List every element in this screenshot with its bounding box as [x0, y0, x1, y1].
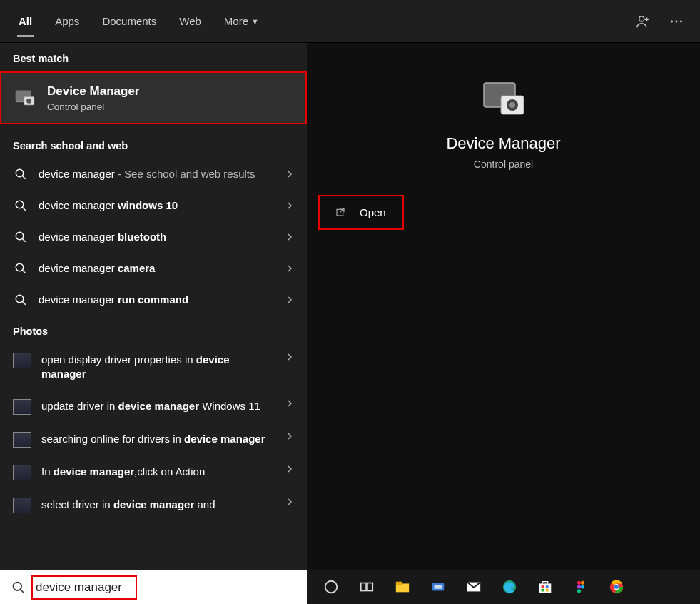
svg-point-2: [676, 20, 678, 22]
photo-thumb-icon: [13, 399, 31, 415]
svg-rect-26: [539, 583, 552, 593]
svg-point-8: [16, 201, 24, 208]
preview-subtitle: Control panel: [474, 158, 533, 170]
chevron-right-icon[interactable]: [283, 432, 297, 441]
result-text: update driver in device manager Windows …: [41, 399, 273, 413]
result-text: device manager - See school and web resu…: [39, 167, 273, 181]
best-match-subtitle: Control panel: [47, 101, 139, 112]
tab-web[interactable]: Web: [168, 0, 213, 43]
svg-point-11: [16, 295, 24, 303]
svg-point-0: [639, 16, 644, 21]
svg-point-10: [16, 263, 24, 271]
photo-thumb-icon: [13, 353, 31, 368]
best-match-result[interactable]: Device Manager Control panel: [0, 71, 307, 124]
svg-rect-30: [546, 589, 549, 592]
task-view-icon[interactable]: [358, 578, 375, 595]
more-options-icon[interactable]: [669, 14, 684, 29]
best-match-title: Device Manager: [47, 84, 139, 99]
svg-point-18: [325, 581, 338, 593]
svg-point-6: [26, 99, 31, 104]
search-icon: [13, 261, 29, 276]
svg-rect-22: [396, 582, 402, 585]
chrome-icon[interactable]: [608, 578, 625, 595]
photo-result[interactable]: select driver in device manager and: [0, 489, 307, 522]
tab-more[interactable]: More▼: [213, 0, 270, 43]
chevron-right-icon[interactable]: [283, 465, 297, 473]
web-result[interactable]: device manager - See school and web resu…: [0, 158, 307, 190]
photo-result[interactable]: update driver in device manager Windows …: [0, 391, 307, 423]
store-icon[interactable]: [537, 578, 554, 595]
chevron-right-icon[interactable]: [283, 170, 297, 178]
result-text: searching online for drivers in device m…: [41, 432, 273, 446]
section-best-match: Best match: [0, 43, 307, 71]
web-result[interactable]: device manager run command: [0, 284, 307, 316]
svg-rect-27: [542, 585, 544, 588]
result-text: device manager windows 10: [39, 198, 273, 213]
search-icon: [13, 198, 29, 213]
search-icon: [13, 229, 29, 245]
svg-point-38: [614, 585, 619, 589]
photo-result[interactable]: searching online for drivers in device m…: [0, 423, 307, 456]
result-text: device manager run command: [39, 293, 273, 307]
result-text: In device manager,click on Action: [41, 465, 273, 479]
chevron-right-icon[interactable]: [283, 264, 297, 273]
account-icon[interactable]: [636, 14, 651, 29]
svg-point-17: [14, 582, 22, 590]
svg-rect-29: [542, 589, 544, 592]
svg-point-1: [671, 20, 673, 22]
web-result[interactable]: device manager camera: [0, 253, 307, 284]
edge-icon[interactable]: [501, 578, 518, 595]
svg-point-31: [577, 581, 581, 585]
chevron-right-icon[interactable]: [283, 353, 297, 361]
search-input[interactable]: [36, 580, 295, 595]
result-text: select driver in device manager and: [41, 498, 273, 512]
section-photos: Photos: [0, 316, 307, 344]
photo-result[interactable]: open display driver properties in device…: [0, 344, 307, 391]
search-box[interactable]: [0, 570, 307, 604]
web-result[interactable]: device manager bluetooth: [0, 221, 307, 253]
chevron-right-icon[interactable]: [283, 399, 297, 408]
svg-point-7: [16, 169, 24, 177]
result-text: open display driver properties in device…: [41, 353, 273, 382]
photo-thumb-icon: [13, 465, 31, 480]
svg-rect-20: [367, 583, 372, 591]
open-icon: [335, 207, 347, 218]
file-explorer-icon[interactable]: [394, 578, 411, 595]
svg-point-34: [581, 585, 584, 589]
preview-panel: Device Manager Control panel Open: [307, 43, 700, 570]
preview-title: Device Manager: [446, 134, 560, 153]
taskbar: [307, 570, 700, 604]
tab-documents[interactable]: Documents: [91, 0, 168, 43]
svg-point-33: [577, 585, 581, 589]
cortana-icon[interactable]: [323, 578, 340, 595]
svg-rect-19: [361, 583, 366, 591]
svg-rect-24: [435, 585, 442, 589]
chevron-right-icon[interactable]: [283, 498, 297, 506]
section-web: Search school and web: [0, 130, 307, 158]
device-manager-icon: [13, 86, 37, 110]
divider: [321, 186, 686, 186]
photo-result[interactable]: In device manager,click on Action: [0, 456, 307, 489]
chevron-right-icon[interactable]: [283, 296, 297, 304]
chevron-right-icon[interactable]: [283, 233, 297, 241]
svg-point-32: [581, 581, 584, 585]
tab-apps[interactable]: Apps: [44, 0, 91, 43]
mail-icon[interactable]: [465, 578, 482, 595]
settings-app-icon[interactable]: [430, 578, 447, 595]
figma-icon[interactable]: [572, 578, 589, 595]
photo-thumb-icon: [13, 432, 31, 448]
result-text: device manager camera: [39, 261, 273, 276]
search-icon: [11, 580, 26, 595]
device-manager-icon: [480, 77, 528, 120]
open-button[interactable]: Open: [318, 195, 404, 230]
tab-all[interactable]: All: [7, 0, 44, 43]
chevron-right-icon[interactable]: [283, 201, 297, 210]
search-icon: [13, 166, 29, 182]
photo-thumb-icon: [13, 498, 31, 513]
results-column: Best match Device Manager Control panel …: [0, 43, 307, 570]
web-result[interactable]: device manager windows 10: [0, 190, 307, 221]
svg-point-9: [16, 232, 24, 240]
search-scope-tabs: All Apps Documents Web More▼: [0, 0, 700, 43]
svg-point-35: [577, 589, 581, 593]
chevron-down-icon: ▼: [251, 17, 259, 26]
